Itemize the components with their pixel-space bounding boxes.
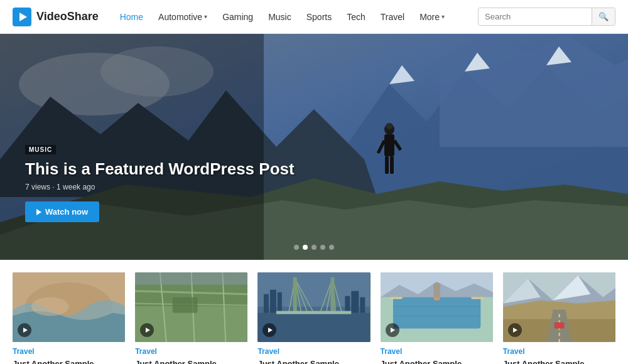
video-cat-2: Travel <box>135 347 247 356</box>
svg-rect-53 <box>276 311 351 314</box>
hero-time: 1 week ago <box>57 183 95 191</box>
main-nav: Home Automotive ▾ Gaming Music Sports Te… <box>114 8 478 26</box>
video-title-3: Just Another Sample WordPress Post <box>257 358 370 364</box>
svg-rect-51 <box>293 277 297 314</box>
svg-rect-56 <box>393 297 480 329</box>
video-card-4[interactable]: Travel Just Another Sample WordPress Pos… <box>376 272 498 364</box>
nav-automotive[interactable]: Automotive ▾ <box>152 8 214 26</box>
video-cat-5: Travel <box>503 347 615 356</box>
play-overlay-5 <box>508 323 522 337</box>
nav-travel[interactable]: Travel <box>374 8 411 26</box>
logo-text: VideoShare <box>36 10 99 23</box>
svg-rect-37 <box>264 294 269 313</box>
hero-dots <box>294 245 334 250</box>
dot-1[interactable] <box>294 245 299 250</box>
video-thumb-4 <box>381 272 493 342</box>
dot-2[interactable] <box>303 245 308 250</box>
hero-tag: MUSIC <box>25 145 56 154</box>
logo-icon <box>13 8 31 26</box>
video-card-2[interactable]: Travel Just Another Sample WordPress Pos… <box>130 272 252 364</box>
hero-views: 7 views <box>25 183 50 191</box>
svg-rect-42 <box>360 297 365 313</box>
play-icon <box>36 209 41 215</box>
svg-rect-32 <box>173 297 198 313</box>
svg-rect-41 <box>352 291 359 313</box>
chevron-down-icon: ▾ <box>204 13 207 20</box>
video-cat-1: Travel <box>13 347 125 356</box>
video-thumb-3 <box>257 272 370 342</box>
svg-rect-52 <box>331 277 335 314</box>
nav-more[interactable]: More ▾ <box>413 8 451 26</box>
nav-gaming[interactable]: Gaming <box>216 8 259 26</box>
video-title-4: Just Another Sample WordPress Post <box>381 358 493 364</box>
nav-tech[interactable]: Tech <box>340 8 372 26</box>
play-overlay-1 <box>18 323 31 337</box>
svg-rect-39 <box>278 292 282 313</box>
video-card-1[interactable]: Travel Just Another Sample WordPress Pos… <box>13 272 130 364</box>
video-title-2: Just Another Sample WordPress Post <box>135 358 247 364</box>
hero-section: MUSIC This is a Featured WordPress Post … <box>0 34 628 260</box>
svg-rect-40 <box>345 296 350 313</box>
hero-content: MUSIC This is a Featured WordPress Post … <box>25 143 295 222</box>
video-title-1: Just Another Sample WordPress Post <box>13 358 125 364</box>
svg-rect-13 <box>384 134 394 156</box>
svg-rect-33 <box>135 272 247 285</box>
video-title-5: Just Another Sample WordPress Post <box>503 358 615 364</box>
svg-rect-16 <box>385 156 389 174</box>
video-card-5[interactable]: Travel Just Another Sample WordPress Pos… <box>498 272 615 364</box>
dot-4[interactable] <box>320 245 325 250</box>
video-thumb-5 <box>503 272 615 342</box>
video-card-3[interactable]: Travel Just Another Sample WordPress Pos… <box>252 272 375 364</box>
watch-btn-label: Watch now <box>45 207 88 217</box>
hero-meta: 7 views · 1 week ago <box>25 183 295 191</box>
hero-title: This is a Featured WordPress Post <box>25 159 295 179</box>
search-box: 🔍 <box>478 8 615 26</box>
svg-point-15 <box>386 123 393 129</box>
video-cat-3: Travel <box>257 347 370 356</box>
logo-link[interactable]: VideoShare <box>13 8 99 26</box>
video-thumb-1 <box>13 272 125 342</box>
dot-5[interactable] <box>329 245 334 250</box>
video-thumb-2 <box>135 272 247 342</box>
dot-3[interactable] <box>311 245 317 250</box>
site-header: VideoShare Home Automotive ▾ Gaming Musi… <box>0 0 628 34</box>
svg-point-23 <box>31 297 69 316</box>
hero-sep: · <box>52 183 54 191</box>
svg-rect-73 <box>554 322 564 328</box>
video-grid: Travel Just Another Sample WordPress Pos… <box>0 260 628 364</box>
svg-rect-17 <box>390 156 394 174</box>
nav-home[interactable]: Home <box>114 8 149 26</box>
video-cat-4: Travel <box>381 347 493 356</box>
svg-rect-38 <box>270 290 276 313</box>
play-overlay-4 <box>386 323 399 337</box>
watch-now-button[interactable]: Watch now <box>25 201 99 222</box>
nav-music[interactable]: Music <box>262 8 298 26</box>
search-input[interactable] <box>479 9 592 24</box>
nav-sports[interactable]: Sports <box>300 8 338 26</box>
chevron-down-more-icon: ▾ <box>441 13 445 20</box>
search-button[interactable]: 🔍 <box>592 8 615 25</box>
